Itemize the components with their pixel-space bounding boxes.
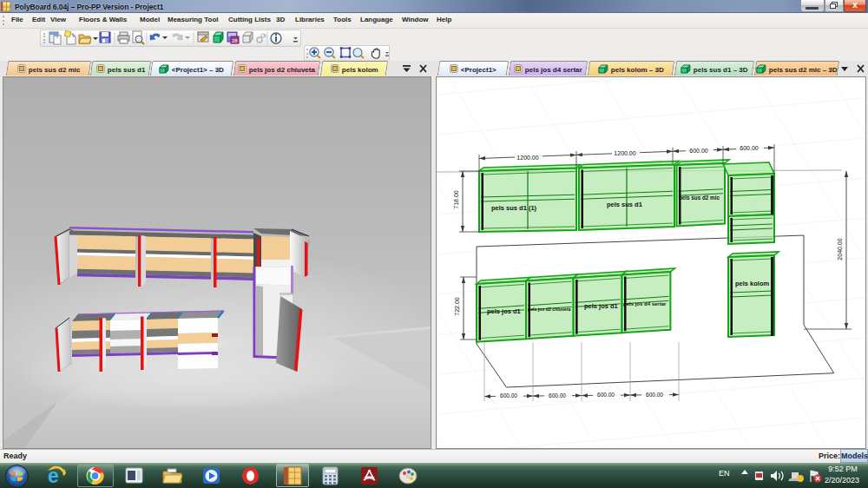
svg-text:600.00: 600.00 bbox=[597, 392, 615, 398]
svg-text:pels sus d2 mic: pels sus d2 mic bbox=[679, 195, 720, 201]
svg-text:1200.00: 1200.00 bbox=[516, 155, 538, 161]
svg-text:pels jos d1: pels jos d1 bbox=[584, 302, 618, 310]
svg-text:pels kolom: pels kolom bbox=[735, 280, 770, 287]
svg-text:600.00: 600.00 bbox=[500, 392, 517, 399]
svg-text:pels jos d2 chiuveta: pels jos d2 chiuveta bbox=[528, 307, 570, 312]
svg-text:600.00: 600.00 bbox=[740, 145, 759, 151]
svg-text:pels jos d1: pels jos d1 bbox=[487, 307, 521, 315]
svg-text:28: 28 bbox=[232, 38, 238, 43]
svg-text:pels jos d4 sertar: pels jos d4 sertar bbox=[623, 301, 667, 307]
svg-text:1200.00: 1200.00 bbox=[614, 150, 635, 156]
svg-text:3: 3 bbox=[264, 33, 266, 38]
svg-text:600.00: 600.00 bbox=[689, 148, 708, 154]
svg-text:pels sus d1 (1): pels sus d1 (1) bbox=[491, 204, 537, 212]
svg-text:600.00: 600.00 bbox=[549, 392, 566, 399]
svg-text:pels sus d1: pels sus d1 bbox=[607, 201, 642, 208]
svg-text:600.00: 600.00 bbox=[646, 392, 663, 398]
svg-text:2040.00: 2040.00 bbox=[837, 238, 843, 260]
svg-text:718.00: 718.00 bbox=[453, 190, 459, 209]
svg-text:722.00: 722.00 bbox=[454, 297, 460, 316]
